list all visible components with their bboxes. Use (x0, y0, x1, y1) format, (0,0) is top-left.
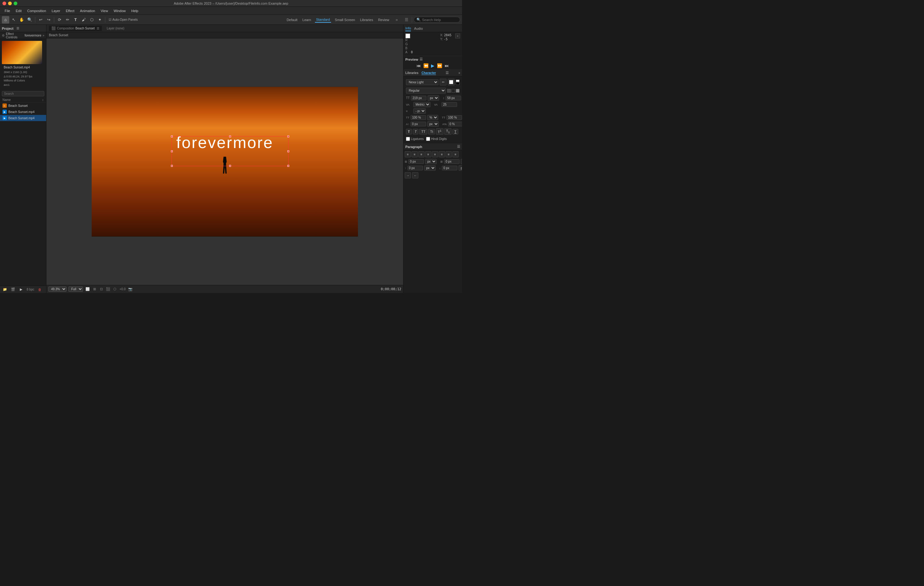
para-rtl-btn[interactable]: → (405, 172, 411, 178)
format-bold[interactable]: T (406, 129, 412, 134)
tool-rotate[interactable]: ⟳ (56, 16, 63, 23)
para-align-right[interactable]: ≡ (418, 151, 424, 157)
zoom-select[interactable]: 49.3% (48, 287, 66, 292)
comp-selection-box[interactable] (172, 136, 289, 166)
tab-audio[interactable]: Audio (414, 26, 423, 31)
tab-info[interactable]: Info (405, 26, 411, 31)
para-align-last[interactable]: ≡ (452, 151, 459, 157)
menu-composition[interactable]: Composition (25, 8, 48, 13)
font-bg-color[interactable] (456, 83, 460, 85)
para-indent-left-unit[interactable]: px (425, 159, 437, 164)
format-allcaps[interactable]: TT (419, 129, 427, 134)
menu-animation[interactable]: Animation (78, 8, 97, 13)
comp-grid-icon[interactable]: ⊞ (92, 287, 97, 292)
menu-edit[interactable]: Edit (14, 8, 24, 13)
ligatures-label[interactable]: Ligatures (406, 137, 424, 141)
preview-menu[interactable]: ☰ (419, 57, 423, 61)
vert-scale-unit[interactable]: % (427, 115, 438, 120)
menu-layer[interactable]: Layer (50, 8, 63, 13)
workspace-libraries[interactable]: Libraries (359, 17, 375, 22)
tool-hand[interactable]: ✋ (18, 16, 25, 23)
menu-effect[interactable]: Effect (63, 8, 76, 13)
font-style-swatch3[interactable] (456, 89, 460, 92)
para-indent-right[interactable] (444, 159, 460, 164)
baseline-shift-input[interactable] (411, 122, 426, 126)
char-expand-icon[interactable]: » (458, 71, 460, 75)
tool-puppet[interactable]: ✦ (96, 16, 104, 23)
comp-tab[interactable]: ⬛ Composition Beach Sunset ☰ (49, 26, 102, 31)
format-underline[interactable]: T (452, 129, 458, 134)
project-item-file1[interactable]: ▶ Beach Sunset.mp4 (0, 109, 46, 115)
breadcrumb-label[interactable]: Beach Sunset (49, 33, 68, 37)
horiz-scale-input[interactable] (447, 115, 462, 120)
preview-prev[interactable]: ⏪ (423, 63, 429, 68)
para-space-before-unit[interactable]: px (424, 165, 436, 171)
para-align-center[interactable]: ≡ (411, 151, 418, 157)
effect-controls-expand[interactable]: » (43, 34, 44, 37)
workspace-menu[interactable]: ☰ (403, 16, 410, 23)
char-menu-icon[interactable]: ☰ (446, 71, 449, 75)
para-align-justify-right[interactable]: ≡ (439, 151, 445, 157)
hindi-digits-label[interactable]: Hindi Digits (426, 137, 447, 141)
kerning-select[interactable]: Metrics (413, 102, 431, 107)
para-align-justify-all[interactable]: ≡ (432, 151, 438, 157)
tool-brush[interactable]: 🖌 (80, 16, 87, 23)
comp-3d-icon[interactable]: ⬡ (112, 287, 118, 292)
comp-snap-icon[interactable]: ⊡ (99, 287, 104, 292)
preview-play[interactable]: ▶ (431, 63, 434, 68)
tsume-input[interactable] (448, 122, 462, 126)
para-indent-right-unit[interactable]: px (461, 159, 462, 164)
tool-arrow[interactable]: ↖ (10, 16, 17, 23)
project-item-file2[interactable]: ▶ Beach Sunset.mp4 (0, 115, 46, 121)
font-style-swatch1[interactable] (447, 89, 451, 92)
tracking-input[interactable] (442, 102, 457, 107)
tool-text[interactable]: T (72, 16, 79, 23)
para-align-justify-left[interactable]: ≡ (446, 151, 452, 157)
project-btn-render[interactable]: ▶ (17, 286, 25, 293)
workspace-default[interactable]: Default (285, 17, 299, 22)
close-button[interactable] (2, 2, 6, 5)
timeline-timecode[interactable]: 0;00;08;12 (78, 293, 111, 293)
font-style-swatch2[interactable] (452, 89, 455, 92)
workspace-standard[interactable]: Standard (315, 17, 331, 23)
auto-open-panels[interactable]: ☑ Auto-Open Panels (107, 16, 140, 23)
comp-camera-icon[interactable]: 📷 (127, 287, 133, 292)
sel-handle-br[interactable] (287, 165, 289, 167)
workspace-learn[interactable]: Learn (301, 17, 312, 22)
para-space-before[interactable] (408, 166, 423, 170)
comp-tab-menu[interactable]: ☰ (97, 26, 99, 30)
baseline-shift-unit[interactable]: px (427, 121, 439, 127)
para-ltr-btn[interactable]: ← (412, 172, 418, 178)
sel-handle-ml[interactable] (171, 150, 173, 152)
sel-handle-tl[interactable] (171, 136, 173, 137)
menu-window[interactable]: Window (112, 8, 128, 13)
project-search-input[interactable] (2, 91, 44, 96)
tool-home[interactable]: ⌂ (2, 16, 9, 23)
project-sort-icon[interactable]: ↕ (42, 98, 44, 102)
tool-zoom[interactable]: 🔍 (26, 16, 33, 23)
sel-handle-tm[interactable] (229, 136, 231, 137)
indent-select[interactable]: - px (413, 108, 426, 114)
sel-handle-mr[interactable] (287, 150, 289, 152)
minimize-button[interactable] (8, 2, 12, 5)
search-help-box[interactable]: 🔍 (414, 17, 460, 23)
sel-handle-tr[interactable] (287, 136, 289, 137)
project-btn-delete[interactable]: 🗑 (36, 286, 43, 293)
char-tab-libraries[interactable]: Libraries (405, 71, 418, 75)
project-btn-new-folder[interactable]: 📁 (1, 286, 9, 293)
para-space-after-unit[interactable]: px (459, 165, 462, 171)
tool-shape[interactable]: ⬡ (88, 16, 96, 23)
workspace-review[interactable]: Review (377, 17, 391, 22)
menu-view[interactable]: View (99, 8, 110, 13)
workspace-small-screen[interactable]: Small Screen (333, 17, 356, 22)
search-help-input[interactable] (422, 18, 456, 21)
workspace-overflow[interactable]: » (393, 16, 400, 23)
menu-file[interactable]: File (2, 8, 12, 13)
format-sub[interactable]: T1 (444, 128, 452, 135)
para-align-left[interactable]: ≡ (405, 151, 411, 157)
format-italic[interactable]: T (413, 129, 419, 134)
font-style-select[interactable]: Regular (406, 87, 446, 94)
format-super[interactable]: T1 (436, 128, 444, 135)
hindi-digits-checkbox[interactable] (426, 137, 430, 141)
vert-scale-input[interactable] (411, 115, 426, 120)
